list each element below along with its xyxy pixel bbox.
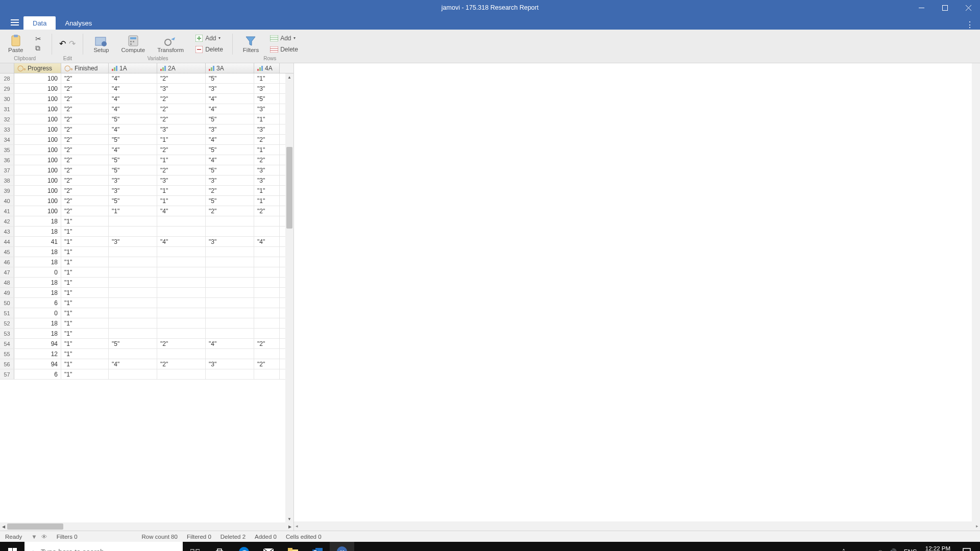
filters-button[interactable]: Filters: [240, 34, 262, 54]
cell-progress[interactable]: 18: [14, 257, 61, 267]
cell-3a[interactable]: "5": [206, 73, 254, 83]
cell-4a[interactable]: [254, 278, 280, 287]
cell-4a[interactable]: [254, 216, 280, 226]
cell-2a[interactable]: "1": [157, 196, 206, 206]
cell-1a[interactable]: "3": [109, 237, 157, 246]
scroll-thumb[interactable]: [7, 523, 63, 530]
row-number[interactable]: 48: [0, 278, 14, 287]
variables-add-button[interactable]: Add ▾: [193, 33, 225, 43]
grid-body[interactable]: 28100"2""4""2""5""1"29100"2""4""3""3""3"…: [0, 73, 293, 522]
cell-finished[interactable]: "2": [61, 104, 109, 114]
row-number[interactable]: 36: [0, 155, 14, 165]
taskbar-edge-icon[interactable]: [232, 542, 256, 551]
cell-progress[interactable]: 0: [14, 267, 61, 277]
start-button[interactable]: [0, 542, 24, 551]
cell-4a[interactable]: "3": [254, 176, 280, 185]
cell-2a[interactable]: "3": [157, 124, 206, 134]
cell-progress[interactable]: 100: [14, 176, 61, 185]
row-number[interactable]: 56: [0, 359, 14, 369]
cell-finished[interactable]: "1": [61, 308, 109, 318]
cell-finished[interactable]: "2": [61, 186, 109, 195]
cell-progress[interactable]: 100: [14, 155, 61, 165]
column-header-4a[interactable]: 4A: [254, 63, 280, 73]
cell-finished[interactable]: "1": [61, 298, 109, 308]
cell-finished[interactable]: "2": [61, 94, 109, 104]
cell-4a[interactable]: "1": [254, 145, 280, 155]
cell-3a[interactable]: [206, 288, 254, 297]
table-row[interactable]: 5318"1": [0, 329, 293, 339]
cell-2a[interactable]: [157, 369, 206, 379]
cell-progress[interactable]: 18: [14, 329, 61, 338]
cell-1a[interactable]: "5": [109, 196, 157, 206]
cell-2a[interactable]: "4": [157, 206, 206, 216]
cell-4a[interactable]: "3": [254, 165, 280, 175]
row-number[interactable]: 43: [0, 227, 14, 236]
cell-3a[interactable]: [206, 227, 254, 236]
undo-icon[interactable]: ↶: [59, 39, 66, 48]
row-number[interactable]: 49: [0, 288, 14, 297]
taskbar-search[interactable]: ⌕: [24, 542, 183, 551]
cell-finished[interactable]: "1": [61, 267, 109, 277]
cell-progress[interactable]: 18: [14, 227, 61, 236]
cell-2a[interactable]: [157, 318, 206, 328]
cell-2a[interactable]: [157, 257, 206, 267]
cell-finished[interactable]: "2": [61, 196, 109, 206]
table-row[interactable]: 4918"1": [0, 288, 293, 298]
row-number[interactable]: 30: [0, 94, 14, 104]
table-row[interactable]: 40100"2""5""1""5""1": [0, 196, 293, 206]
table-row[interactable]: 4618"1": [0, 257, 293, 267]
cell-4a[interactable]: "3": [254, 84, 280, 93]
cell-finished[interactable]: "2": [61, 206, 109, 216]
action-center-button[interactable]: 22: [958, 542, 976, 551]
row-number[interactable]: 44: [0, 237, 14, 246]
cell-progress[interactable]: 100: [14, 73, 61, 83]
close-button[interactable]: [957, 0, 980, 15]
cell-progress[interactable]: 100: [14, 145, 61, 155]
copy-icon[interactable]: ⧉: [35, 44, 40, 53]
cell-progress[interactable]: 100: [14, 206, 61, 216]
onedrive-icon[interactable]: ☁: [865, 548, 871, 551]
cell-4a[interactable]: [254, 288, 280, 297]
cell-finished[interactable]: "1": [61, 216, 109, 226]
cell-finished[interactable]: "2": [61, 124, 109, 134]
row-number[interactable]: 41: [0, 206, 14, 216]
row-number[interactable]: 42: [0, 216, 14, 226]
cell-3a[interactable]: "5": [206, 165, 254, 175]
cell-4a[interactable]: "1": [254, 73, 280, 83]
cell-4a[interactable]: "2": [254, 135, 280, 144]
cell-2a[interactable]: [157, 298, 206, 308]
table-row[interactable]: 4518"1": [0, 247, 293, 257]
cell-2a[interactable]: "2": [157, 73, 206, 83]
column-header-3a[interactable]: 3A: [206, 63, 254, 73]
cell-finished[interactable]: "2": [61, 135, 109, 144]
cell-progress[interactable]: 18: [14, 288, 61, 297]
cell-2a[interactable]: [157, 267, 206, 277]
results-vscrollbar[interactable]: [972, 63, 980, 521]
cell-finished[interactable]: "1": [61, 237, 109, 246]
cell-4a[interactable]: [254, 329, 280, 338]
table-row[interactable]: 29100"2""4""3""3""3": [0, 84, 293, 94]
setup-button[interactable]: Setup: [90, 34, 112, 54]
cell-finished[interactable]: "1": [61, 359, 109, 369]
cell-2a[interactable]: "1": [157, 155, 206, 165]
cell-1a[interactable]: "4": [109, 84, 157, 93]
cell-2a[interactable]: [157, 216, 206, 226]
cell-3a[interactable]: [206, 247, 254, 257]
task-view-button[interactable]: [183, 542, 207, 551]
cell-1a[interactable]: "4": [109, 359, 157, 369]
cell-3a[interactable]: "4": [206, 94, 254, 104]
cell-3a[interactable]: "3": [206, 84, 254, 93]
cell-1a[interactable]: [109, 288, 157, 297]
table-row[interactable]: 38100"2""3""3""3""3": [0, 176, 293, 186]
row-number[interactable]: 45: [0, 247, 14, 257]
cell-1a[interactable]: "4": [109, 145, 157, 155]
cell-1a[interactable]: [109, 278, 157, 287]
cell-finished[interactable]: "2": [61, 73, 109, 83]
cell-3a[interactable]: [206, 308, 254, 318]
cell-1a[interactable]: "1": [109, 206, 157, 216]
row-number[interactable]: 34: [0, 135, 14, 144]
cell-1a[interactable]: [109, 247, 157, 257]
cell-finished[interactable]: "1": [61, 247, 109, 257]
cell-1a[interactable]: [109, 318, 157, 328]
cell-4a[interactable]: "2": [254, 359, 280, 369]
